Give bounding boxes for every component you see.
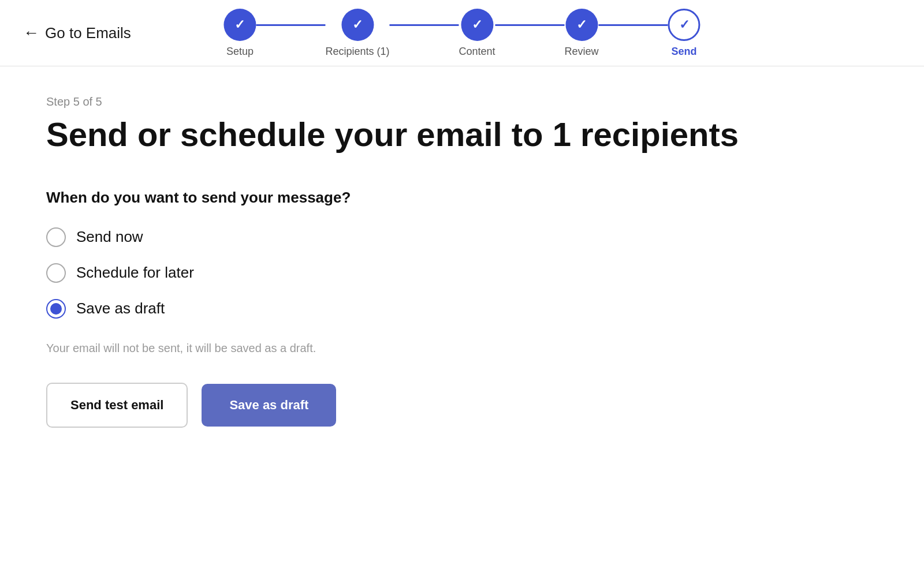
back-to-emails-link[interactable]: ← Go to Emails [23, 24, 131, 42]
back-arrow-icon: ← [23, 24, 39, 42]
step-send-label: Send [672, 46, 697, 58]
radio-options-group: Send now Schedule for later Save as draf… [46, 227, 878, 319]
radio-send-now-indicator [46, 227, 66, 247]
header: ← Go to Emails ✓ Setup ✓ Recipients (1) … [0, 0, 924, 66]
step-send[interactable]: ✓ Send [668, 9, 701, 58]
back-link-label: Go to Emails [45, 24, 131, 42]
step-review-label: Review [565, 46, 599, 58]
stepper: ✓ Setup ✓ Recipients (1) ✓ Content ✓ Rev [223, 9, 700, 58]
step-connector-3 [495, 24, 565, 26]
option-save-draft[interactable]: Save as draft [46, 299, 878, 319]
step-setup-check-icon: ✓ [234, 17, 245, 32]
step-send-check-icon: ✓ [679, 17, 690, 32]
radio-schedule-later-indicator [46, 263, 66, 283]
step-setup-circle: ✓ [223, 9, 256, 41]
step-content-circle: ✓ [461, 9, 493, 41]
step-review-circle: ✓ [565, 9, 598, 41]
step-review-check-icon: ✓ [576, 17, 587, 32]
draft-note: Your email will not be sent, it will be … [46, 342, 878, 355]
option-schedule-later-label: Schedule for later [76, 264, 194, 282]
step-setup-label: Setup [226, 46, 254, 58]
step-connector-1 [256, 24, 325, 26]
step-content-label: Content [459, 46, 495, 58]
step-recipients-label: Recipients (1) [325, 46, 389, 58]
step-review[interactable]: ✓ Review [565, 9, 599, 58]
option-send-now-label: Send now [76, 228, 143, 246]
step-connector-4 [599, 24, 668, 26]
main-content: Step 5 of 5 Send or schedule your email … [0, 66, 924, 457]
step-recipients[interactable]: ✓ Recipients (1) [325, 9, 389, 58]
step-recipients-check-icon: ✓ [352, 17, 363, 32]
step-content[interactable]: ✓ Content [459, 9, 495, 58]
step-send-circle: ✓ [668, 9, 701, 41]
option-save-draft-label: Save as draft [76, 300, 165, 317]
step-recipients-circle: ✓ [341, 9, 374, 41]
option-send-now[interactable]: Send now [46, 227, 878, 247]
step-indicator: Step 5 of 5 [46, 95, 878, 109]
radio-save-draft-indicator [46, 299, 66, 319]
step-content-check-icon: ✓ [472, 17, 482, 32]
radio-save-draft-dot [50, 303, 62, 315]
send-test-email-button[interactable]: Send test email [46, 383, 188, 428]
option-schedule-later[interactable]: Schedule for later [46, 263, 878, 283]
step-connector-2 [389, 24, 459, 26]
step-setup[interactable]: ✓ Setup [223, 9, 256, 58]
send-timing-question: When do you want to send your message? [46, 189, 878, 207]
button-row: Send test email Save as draft [46, 383, 878, 428]
page-title: Send or schedule your email to 1 recipie… [46, 115, 878, 154]
save-as-draft-button[interactable]: Save as draft [202, 384, 336, 427]
